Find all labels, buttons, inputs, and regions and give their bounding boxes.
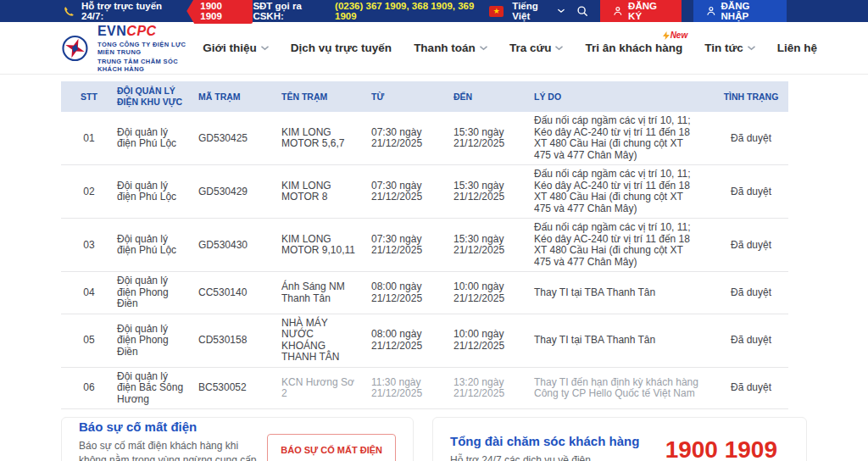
column-header-ma-tram: MÃ TRẠM	[198, 81, 281, 112]
new-badge: New	[663, 31, 688, 40]
column-header-tu: TỪ	[371, 81, 453, 112]
nav-item-tin-tuc[interactable]: Tin tức	[704, 42, 755, 54]
nav-item-tra-cuu[interactable]: Tra cứu	[509, 42, 564, 54]
nav-item-dich-vu-truc-tuyen[interactable]: Dịch vụ trực tuyến	[291, 42, 392, 54]
evn-logo-icon	[61, 31, 89, 66]
phone-icon	[64, 6, 75, 17]
nav-item-label: Thanh toán	[414, 42, 476, 54]
cell-doi-quan-ly: Đội quản lý điện Phong Điền	[117, 272, 198, 314]
register-button[interactable]: ĐĂNG KÝ	[600, 0, 681, 22]
table-row: 04Đội quản lý điện Phong ĐiềnCC530140Ánh…	[61, 272, 788, 314]
top-bar: Hỗ trợ trực tuyến 24/7: 1900 1909 SĐT gọ…	[0, 0, 868, 22]
nav-item-gioi-thieu[interactable]: Giới thiệu	[203, 42, 269, 54]
outage-table-section: STTĐỘI QUẢN LÝ ĐIỆN KHU VỰCMÃ TRẠMTÊN TR…	[61, 81, 788, 409]
cell-den: 15:30 ngày 21/12/2025	[453, 219, 534, 272]
cell-ly-do: Thay TI tại TBA Thanh Tân	[534, 272, 714, 314]
chevron-down-icon	[480, 46, 487, 51]
cell-ma-tram: GD530429	[198, 165, 281, 219]
table-row: 01Đội quản lý điện Phú LộcGD530425KIM LO…	[61, 112, 788, 165]
report-card-title: Báo sự cố mất điện	[79, 419, 267, 434]
nav-item-lien-he[interactable]: Liên hệ	[777, 42, 817, 54]
cell-den: 10:00 ngày 21/12/2025	[453, 272, 534, 314]
cell-tinh-trang: Đã duyệt	[714, 367, 788, 409]
cell-tu: 11:30 ngày 21/12/2025	[371, 367, 453, 409]
org-line2: TRUNG TÂM CHĂM SÓC KHÁCH HÀNG	[97, 58, 203, 73]
cell-den: 13:20 ngày 21/12/2025	[453, 367, 534, 409]
outage-table: STTĐỘI QUẢN LÝ ĐIỆN KHU VỰCMÃ TRẠMTÊN TR…	[61, 81, 788, 409]
cell-doi-quan-ly: Đội quản lý điện Phú Lộc	[117, 219, 198, 272]
cell-tinh-trang: Đã duyệt	[714, 272, 788, 314]
cell-doi-quan-ly: Đội quản lý điện Phú Lộc	[117, 165, 198, 219]
hotline-card: Tổng đài chăm sóc khách hàng Hỗ trợ 24/7…	[432, 417, 807, 461]
cell-ly-do: Đấu nối cáp ngầm các vị trí 10, 11; Kéo …	[534, 165, 714, 219]
table-row: 02Đội quản lý điện Phú LộcGD530429KIM LO…	[61, 165, 788, 219]
chevron-down-icon	[261, 46, 269, 51]
cell-doi-quan-ly: Đội quản lý điện Phú Lộc	[117, 112, 198, 165]
hotline-number: 1900 1909	[665, 436, 777, 461]
cell-ten-tram: KIM LONG MOTOR 8	[281, 165, 371, 219]
cell-ten-tram: NHÀ MÁY NƯỚC KHOÁNG THANH TÂN	[281, 314, 371, 367]
site-header: EVNCPC TỔNG CÔNG TY ĐIỆN LỰC MIỀN TRUNG …	[0, 22, 868, 75]
support-label: Hỗ trợ trực tuyến 24/7:	[81, 1, 175, 21]
column-header-ly-do: LÝ DO	[534, 81, 714, 112]
column-header-tinh-trang: TÌNH TRẠNG	[714, 81, 788, 112]
hotline-badge[interactable]: 1900 1909	[186, 0, 253, 24]
chevron-down-icon	[748, 46, 755, 51]
cell-tu: 07:30 ngày 21/12/2025	[371, 165, 453, 219]
cell-tu: 08:00 ngày 21/12/2025	[371, 314, 453, 367]
cell-stt: 01	[61, 112, 117, 165]
cell-stt: 02	[61, 165, 117, 219]
org-line1: TỔNG CÔNG TY ĐIỆN LỰC MIỀN TRUNG	[97, 41, 203, 56]
cell-ly-do: Đấu nối cáp ngầm các vị trí 10, 11; Kéo …	[534, 112, 714, 165]
vietnam-flag-icon: ★	[489, 6, 504, 17]
flash-icon	[663, 31, 670, 40]
language-label: Tiếng Việt	[512, 1, 553, 21]
report-outage-button[interactable]: BÁO SỰ CỐ MẤT ĐIỆN	[267, 434, 396, 461]
table-row: 05Đội quản lý điện Phong ĐiềnCD530158NHÀ…	[61, 314, 788, 367]
cell-stt: 03	[61, 219, 117, 272]
cell-tu: 08:00 ngày 21/12/2025	[371, 272, 453, 314]
cell-tinh-trang: Đã duyệt	[714, 219, 788, 272]
chevron-down-icon	[558, 8, 565, 14]
register-label: ĐĂNG KÝ	[628, 1, 668, 21]
login-button[interactable]: ĐĂNG NHẬP	[693, 0, 787, 22]
cell-ten-tram: KIM LONG MOTOR 5,6,7	[281, 112, 371, 165]
column-header-ten-tram: TÊN TRẠM	[281, 81, 371, 112]
chevron-down-icon	[555, 46, 563, 51]
user-icon	[614, 6, 622, 16]
cell-ly-do: Thay TI đến hạn định kỳ khách hàng Công …	[534, 367, 714, 409]
cell-ten-tram: Ánh Sáng NM Thanh Tân	[281, 272, 371, 314]
search-icon[interactable]	[576, 5, 588, 17]
main-nav: Giới thiệuDịch vụ trực tuyếnThanh toánTr…	[203, 42, 817, 54]
cell-den: 15:30 ngày 21/12/2025	[453, 165, 534, 219]
brand-name: EVNCPC	[97, 24, 203, 39]
cell-doi-quan-ly: Đội quản lý điện Phong Điền	[117, 314, 198, 367]
table-body: 01Đội quản lý điện Phú LộcGD530425KIM LO…	[61, 112, 788, 409]
hotline-card-title: Tổng đài chăm sóc khách hàng	[450, 434, 639, 448]
nav-item-label: Tri ân khách hàng	[585, 42, 682, 54]
nav-item-label: Giới thiệu	[203, 42, 257, 54]
cell-doi-quan-ly: Đội quản lý điện Bắc Sông Hương	[117, 367, 198, 409]
nav-item-tri-an-khach-hang[interactable]: Tri ân khách hàngNew	[585, 42, 682, 54]
language-selector[interactable]: Tiếng Việt	[512, 1, 565, 21]
cell-stt: 05	[61, 314, 117, 367]
column-header-doi-quan-ly: ĐỘI QUẢN LÝ ĐIỆN KHU VỰC	[117, 81, 198, 112]
column-header-stt: STT	[61, 81, 117, 112]
cell-ly-do: Đấu nối cáp ngầm các vị trí 10, 11; Kéo …	[534, 219, 714, 272]
report-card-body: Báo sự cố mất điện khách hàng khi không …	[79, 439, 267, 461]
brand-logo[interactable]: EVNCPC TỔNG CÔNG TY ĐIỆN LỰC MIỀN TRUNG …	[61, 24, 203, 73]
table-row: 03Đội quản lý điện Phú LộcGD530430KIM LO…	[61, 219, 788, 272]
column-header-den: ĐẾN	[453, 81, 534, 112]
cell-tinh-trang: Đã duyệt	[714, 112, 788, 165]
cell-den: 10:00 ngày 21/12/2025	[453, 314, 534, 367]
cell-stt: 06	[61, 367, 117, 409]
cell-ma-tram: CC530140	[198, 272, 281, 314]
cell-tu: 07:30 ngày 21/12/2025	[371, 112, 453, 165]
nav-item-label: Dịch vụ trực tuyến	[291, 42, 392, 54]
user-icon	[707, 6, 715, 16]
cell-ma-tram: GD530430	[198, 219, 281, 272]
nav-item-thanh-toan[interactable]: Thanh toán	[414, 42, 487, 54]
nav-item-label: Liên hệ	[777, 42, 817, 54]
hotline-card-body: Hỗ trợ 24/7 các dịch vụ về điện	[450, 453, 639, 461]
cell-tinh-trang: Đã duyệt	[714, 165, 788, 219]
